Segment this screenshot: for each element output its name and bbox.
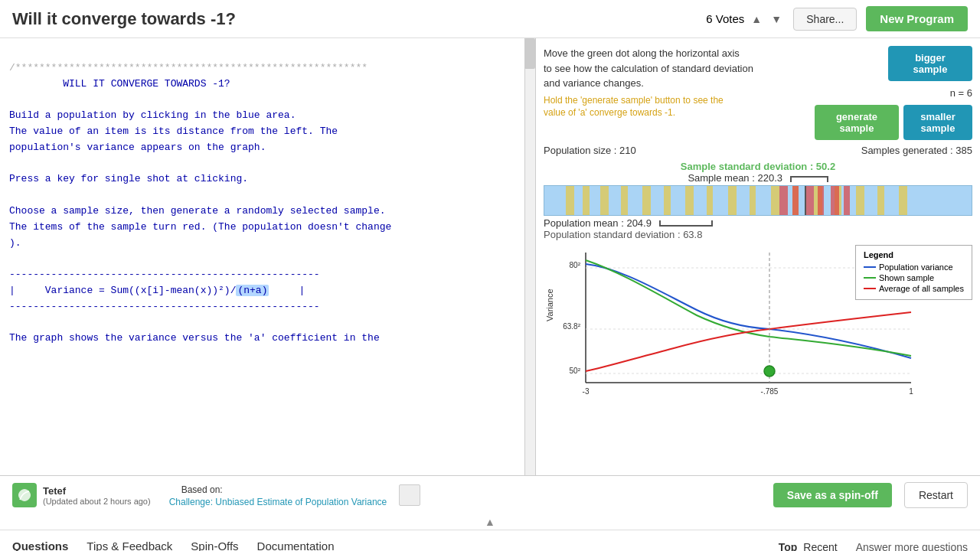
page-title: Will it converge towards -1? xyxy=(12,9,236,29)
yellow-bar xyxy=(856,186,864,215)
based-on-text: Based on: xyxy=(181,484,223,495)
code-formula-line: | Variance = Sum((x[i]-mean(x))²)/(n+a) … xyxy=(9,285,305,296)
legend-title: Legend xyxy=(864,250,964,259)
tab-sort-area: Top Recent xyxy=(779,541,838,552)
code-line-2: WILL IT CONVERGE TOWARDS -1? xyxy=(9,78,230,90)
population-sd-line: Population standard deviation : 63.8 xyxy=(544,229,972,240)
population-bar[interactable] xyxy=(544,185,972,216)
n-value-label: n = 6 xyxy=(950,87,972,99)
author-updated: (Updated about 2 hours ago) xyxy=(43,497,151,506)
sort-recent-button[interactable]: Recent xyxy=(803,541,837,552)
author-info: Tetef (Updated about 2 hours ago) xyxy=(43,485,151,506)
y-tick-mid: 63.8² xyxy=(563,322,580,331)
legend-item-population: Population variance xyxy=(864,262,964,272)
yellow-bar xyxy=(600,186,609,215)
code-line-6: population's variance appears on the gra… xyxy=(9,142,266,153)
code-line-11: The items of the sample turn red. (The p… xyxy=(9,221,391,233)
main-layout: /***************************************… xyxy=(0,38,980,475)
scrollbar-track xyxy=(524,38,535,475)
stats-row: Population size : 210 Samples generated … xyxy=(544,145,972,156)
population-bar-container xyxy=(544,185,972,216)
yellow-bar xyxy=(771,186,779,215)
red-bar xyxy=(792,186,799,215)
yellow-bar xyxy=(583,186,589,215)
yellow-bar xyxy=(685,186,694,215)
votes-count: 6 Votes xyxy=(706,12,744,25)
new-program-button[interactable]: New Program xyxy=(866,6,968,31)
tab-questions[interactable]: Questions xyxy=(12,536,68,551)
scrollbar-thumb[interactable] xyxy=(524,38,535,69)
red-bar xyxy=(779,186,788,215)
votes-area: 6 Votes ▲ ▼ xyxy=(706,11,784,27)
legend-line-population xyxy=(864,266,876,268)
population-stats: Population mean : 204.9 Population stand… xyxy=(544,217,972,240)
based-on-link[interactable]: Challenge: Unbiased Estimate of Populati… xyxy=(169,497,387,507)
yellow-bar xyxy=(707,186,713,215)
author-icon xyxy=(12,483,37,507)
green-dot[interactable] xyxy=(764,366,775,377)
sort-top-button[interactable]: Top xyxy=(779,541,798,552)
x-tick-min: -3 xyxy=(583,387,590,396)
yellow-bar xyxy=(664,186,670,215)
y-tick-max: 80² xyxy=(570,261,581,269)
vote-up-button[interactable]: ▲ xyxy=(749,11,764,27)
tab-documentation[interactable]: Documentation xyxy=(257,536,335,551)
mean-line xyxy=(805,186,806,215)
spin-off-icon xyxy=(399,484,420,506)
pop-mean-bracket xyxy=(659,220,713,227)
legend-label-population: Population variance xyxy=(879,262,953,272)
population-mean-line: Population mean : 204.9 xyxy=(544,217,972,229)
legend-item-all-samples: Average of all samples xyxy=(864,284,964,293)
top-bar: Will it converge towards -1? 6 Votes ▲ ▼… xyxy=(0,0,980,38)
code-highlight: (n+a) xyxy=(236,285,269,296)
rp-bottom-buttons: generate sample smaller sample xyxy=(815,105,972,140)
bottom-bar: Tetef (Updated about 2 hours ago) Based … xyxy=(0,475,980,514)
instruction-line-1: Move the green dot along the horizontal … xyxy=(544,47,740,59)
samples-generated-label: Samples generated : 385 xyxy=(861,145,972,156)
legend-label-sample: Shown sample xyxy=(879,273,934,282)
based-on-area: Based on: Challenge: Unbiased Estimate o… xyxy=(169,483,387,507)
all-samples-curve xyxy=(586,312,911,371)
rp-instructions-area: Move the green dot along the horizontal … xyxy=(544,46,815,119)
red-bar xyxy=(844,186,850,215)
instruction-line-2: to see how the calculation of standard d… xyxy=(544,63,753,74)
smaller-sample-button[interactable]: smaller sample xyxy=(903,105,972,140)
author-area: Tetef (Updated about 2 hours ago) Based … xyxy=(12,483,761,507)
left-panel: /***************************************… xyxy=(0,38,536,475)
hold-instructions: Hold the 'generate sample' button to see… xyxy=(544,94,743,120)
legend-line-sample xyxy=(864,277,876,279)
leaf-icon xyxy=(17,487,32,503)
restart-button[interactable]: Restart xyxy=(904,482,968,508)
rp-main-instructions: Move the green dot along the horizontal … xyxy=(544,46,804,91)
share-button[interactable]: Share... xyxy=(793,8,857,31)
sample-sd-label: Sample standard deviation : 50.2 xyxy=(544,161,972,172)
scroll-arrow-area: ▲ xyxy=(0,514,980,530)
save-spinoff-button[interactable]: Save as a spin-off xyxy=(773,483,892,507)
population-mean-label: Population mean : 204.9 xyxy=(544,217,652,229)
generate-sample-button[interactable]: generate sample xyxy=(815,105,899,140)
yellow-bar xyxy=(899,186,907,215)
yellow-bar xyxy=(877,186,884,215)
sample-mean-label: Sample mean : 220.3 xyxy=(688,172,782,184)
x-tick-max: 1 xyxy=(909,387,913,396)
tab-spinoffs[interactable]: Spin-Offs xyxy=(191,536,238,551)
vote-down-button[interactable]: ▼ xyxy=(769,11,784,27)
x-tick-cursor: -.785 xyxy=(761,387,779,396)
answer-more-questions[interactable]: Answer more questions xyxy=(856,541,968,552)
rp-buttons: bigger sample n = 6 generate sample smal… xyxy=(815,46,972,140)
y-tick-min: 50² xyxy=(570,367,581,375)
code-line-5: The value of an item is its distance fro… xyxy=(9,126,338,137)
legend-line-all-samples xyxy=(864,288,876,289)
bigger-sample-button[interactable]: bigger sample xyxy=(888,46,972,81)
tab-bar: Questions Tips & Feedback Spin-Offs Docu… xyxy=(0,530,980,551)
sample-stats: Sample standard deviation : 50.2 Sample … xyxy=(544,161,972,184)
rp-top-section: Move the green dot along the horizontal … xyxy=(544,46,972,140)
red-bar xyxy=(831,186,839,215)
yellow-bar xyxy=(566,186,574,215)
code-divider-1: ----------------------------------------… xyxy=(9,269,320,280)
yellow-bar xyxy=(728,186,737,215)
scroll-up-arrow[interactable]: ▲ xyxy=(485,516,495,528)
tab-tips[interactable]: Tips & Feedback xyxy=(87,536,172,551)
yellow-bar xyxy=(750,186,756,215)
yellow-bar xyxy=(621,186,627,215)
